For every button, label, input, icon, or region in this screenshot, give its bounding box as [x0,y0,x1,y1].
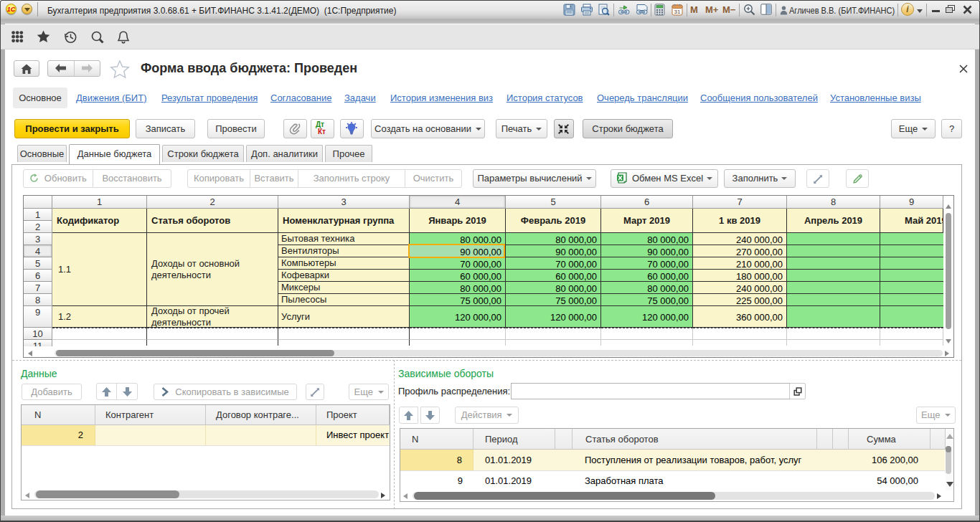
svg-text:31: 31 [674,9,681,15]
